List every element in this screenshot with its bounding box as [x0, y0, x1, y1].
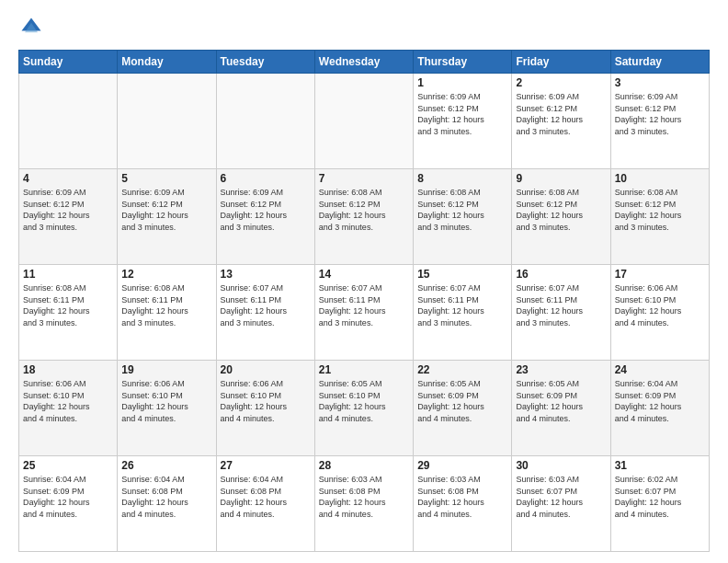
- calendar-cell: 26Sunrise: 6:04 AM Sunset: 6:08 PM Dayli…: [118, 456, 216, 552]
- day-info: Sunrise: 6:08 AM Sunset: 6:11 PM Dayligh…: [23, 282, 113, 328]
- day-info: Sunrise: 6:06 AM Sunset: 6:10 PM Dayligh…: [23, 378, 113, 424]
- day-info: Sunrise: 6:09 AM Sunset: 6:12 PM Dayligh…: [516, 91, 606, 137]
- day-info: Sunrise: 6:08 AM Sunset: 6:11 PM Dayligh…: [121, 282, 211, 328]
- calendar-cell: 31Sunrise: 6:02 AM Sunset: 6:07 PM Dayli…: [610, 456, 709, 552]
- day-info: Sunrise: 6:09 AM Sunset: 6:12 PM Dayligh…: [417, 91, 507, 137]
- day-number: 27: [221, 459, 311, 472]
- calendar-cell: 13Sunrise: 6:07 AM Sunset: 6:11 PM Dayli…: [216, 265, 314, 361]
- day-number: 5: [121, 172, 211, 185]
- day-number: 10: [615, 172, 705, 185]
- calendar-cell: 17Sunrise: 6:06 AM Sunset: 6:10 PM Dayli…: [610, 265, 709, 361]
- calendar-week-2: 4Sunrise: 6:09 AM Sunset: 6:12 PM Daylig…: [19, 169, 710, 265]
- day-info: Sunrise: 6:05 AM Sunset: 6:09 PM Dayligh…: [417, 378, 507, 424]
- calendar-table: SundayMondayTuesdayWednesdayThursdayFrid…: [18, 50, 710, 552]
- day-info: Sunrise: 6:05 AM Sunset: 6:09 PM Dayligh…: [516, 378, 606, 424]
- day-info: Sunrise: 6:04 AM Sunset: 6:08 PM Dayligh…: [121, 474, 211, 520]
- day-info: Sunrise: 6:07 AM Sunset: 6:11 PM Dayligh…: [417, 282, 507, 328]
- calendar-cell: 9Sunrise: 6:08 AM Sunset: 6:12 PM Daylig…: [512, 169, 610, 265]
- day-number: 22: [417, 363, 507, 376]
- day-number: 13: [221, 268, 311, 281]
- calendar-cell: 3Sunrise: 6:09 AM Sunset: 6:12 PM Daylig…: [610, 74, 709, 169]
- day-number: 26: [121, 459, 211, 472]
- calendar-header-tuesday: Tuesday: [216, 51, 314, 74]
- day-info: Sunrise: 6:09 AM Sunset: 6:12 PM Dayligh…: [615, 91, 705, 137]
- header: [18, 15, 710, 40]
- calendar-header-row: SundayMondayTuesdayWednesdayThursdayFrid…: [19, 51, 710, 74]
- calendar-cell: [118, 74, 216, 169]
- calendar-cell: 10Sunrise: 6:08 AM Sunset: 6:12 PM Dayli…: [610, 169, 709, 265]
- calendar-cell: 19Sunrise: 6:06 AM Sunset: 6:10 PM Dayli…: [118, 361, 216, 456]
- day-number: 3: [615, 76, 705, 89]
- calendar-cell: [19, 74, 118, 169]
- logo-icon: [18, 15, 44, 40]
- day-info: Sunrise: 6:05 AM Sunset: 6:10 PM Dayligh…: [319, 378, 409, 424]
- day-number: 16: [516, 268, 606, 281]
- calendar-cell: 15Sunrise: 6:07 AM Sunset: 6:11 PM Dayli…: [414, 265, 512, 361]
- calendar-header-monday: Monday: [118, 51, 216, 74]
- day-info: Sunrise: 6:06 AM Sunset: 6:10 PM Dayligh…: [221, 378, 311, 424]
- calendar-cell: 21Sunrise: 6:05 AM Sunset: 6:10 PM Dayli…: [314, 361, 413, 456]
- day-info: Sunrise: 6:08 AM Sunset: 6:12 PM Dayligh…: [417, 187, 507, 233]
- calendar-cell: 4Sunrise: 6:09 AM Sunset: 6:12 PM Daylig…: [19, 169, 118, 265]
- calendar-week-3: 11Sunrise: 6:08 AM Sunset: 6:11 PM Dayli…: [19, 265, 710, 361]
- calendar-cell: 16Sunrise: 6:07 AM Sunset: 6:11 PM Dayli…: [512, 265, 610, 361]
- day-info: Sunrise: 6:08 AM Sunset: 6:12 PM Dayligh…: [615, 187, 705, 233]
- day-number: 4: [23, 172, 113, 185]
- calendar-cell: 5Sunrise: 6:09 AM Sunset: 6:12 PM Daylig…: [118, 169, 216, 265]
- calendar-cell: 18Sunrise: 6:06 AM Sunset: 6:10 PM Dayli…: [19, 361, 118, 456]
- day-number: 17: [615, 268, 705, 281]
- day-number: 20: [221, 363, 311, 376]
- calendar-week-4: 18Sunrise: 6:06 AM Sunset: 6:10 PM Dayli…: [19, 361, 710, 456]
- calendar-cell: 1Sunrise: 6:09 AM Sunset: 6:12 PM Daylig…: [414, 74, 512, 169]
- day-info: Sunrise: 6:06 AM Sunset: 6:10 PM Dayligh…: [121, 378, 211, 424]
- day-number: 1: [417, 76, 507, 89]
- calendar-cell: 25Sunrise: 6:04 AM Sunset: 6:09 PM Dayli…: [19, 456, 118, 552]
- day-info: Sunrise: 6:04 AM Sunset: 6:09 PM Dayligh…: [23, 474, 113, 520]
- calendar-cell: 24Sunrise: 6:04 AM Sunset: 6:09 PM Dayli…: [610, 361, 709, 456]
- day-info: Sunrise: 6:09 AM Sunset: 6:12 PM Dayligh…: [121, 187, 211, 233]
- calendar-cell: 22Sunrise: 6:05 AM Sunset: 6:09 PM Dayli…: [414, 361, 512, 456]
- calendar-cell: 20Sunrise: 6:06 AM Sunset: 6:10 PM Dayli…: [216, 361, 314, 456]
- calendar-header-thursday: Thursday: [414, 51, 512, 74]
- day-info: Sunrise: 6:04 AM Sunset: 6:08 PM Dayligh…: [221, 474, 311, 520]
- day-info: Sunrise: 6:03 AM Sunset: 6:08 PM Dayligh…: [319, 474, 409, 520]
- day-number: 31: [615, 459, 705, 472]
- logo: [18, 15, 48, 40]
- day-number: 29: [417, 459, 507, 472]
- calendar-cell: 23Sunrise: 6:05 AM Sunset: 6:09 PM Dayli…: [512, 361, 610, 456]
- calendar-cell: [216, 74, 314, 169]
- day-info: Sunrise: 6:07 AM Sunset: 6:11 PM Dayligh…: [516, 282, 606, 328]
- calendar-week-5: 25Sunrise: 6:04 AM Sunset: 6:09 PM Dayli…: [19, 456, 710, 552]
- day-number: 6: [221, 172, 311, 185]
- day-number: 9: [516, 172, 606, 185]
- day-number: 24: [615, 363, 705, 376]
- calendar-cell: 2Sunrise: 6:09 AM Sunset: 6:12 PM Daylig…: [512, 74, 610, 169]
- day-number: 28: [319, 459, 409, 472]
- day-number: 23: [516, 363, 606, 376]
- day-info: Sunrise: 6:07 AM Sunset: 6:11 PM Dayligh…: [221, 282, 311, 328]
- day-info: Sunrise: 6:08 AM Sunset: 6:12 PM Dayligh…: [319, 187, 409, 233]
- calendar-cell: 8Sunrise: 6:08 AM Sunset: 6:12 PM Daylig…: [414, 169, 512, 265]
- calendar-cell: 28Sunrise: 6:03 AM Sunset: 6:08 PM Dayli…: [314, 456, 413, 552]
- day-info: Sunrise: 6:09 AM Sunset: 6:12 PM Dayligh…: [221, 187, 311, 233]
- day-number: 21: [319, 363, 409, 376]
- calendar-cell: [314, 74, 413, 169]
- calendar-week-1: 1Sunrise: 6:09 AM Sunset: 6:12 PM Daylig…: [19, 74, 710, 169]
- day-info: Sunrise: 6:02 AM Sunset: 6:07 PM Dayligh…: [615, 474, 705, 520]
- day-number: 18: [23, 363, 113, 376]
- day-number: 2: [516, 76, 606, 89]
- day-number: 14: [319, 268, 409, 281]
- calendar-cell: 7Sunrise: 6:08 AM Sunset: 6:12 PM Daylig…: [314, 169, 413, 265]
- day-number: 8: [417, 172, 507, 185]
- calendar-cell: 30Sunrise: 6:03 AM Sunset: 6:07 PM Dayli…: [512, 456, 610, 552]
- day-info: Sunrise: 6:03 AM Sunset: 6:07 PM Dayligh…: [516, 474, 606, 520]
- day-info: Sunrise: 6:08 AM Sunset: 6:12 PM Dayligh…: [516, 187, 606, 233]
- day-number: 25: [23, 459, 113, 472]
- calendar-cell: 27Sunrise: 6:04 AM Sunset: 6:08 PM Dayli…: [216, 456, 314, 552]
- day-number: 12: [121, 268, 211, 281]
- day-number: 7: [319, 172, 409, 185]
- calendar-header-saturday: Saturday: [610, 51, 709, 74]
- day-number: 15: [417, 268, 507, 281]
- calendar-cell: 6Sunrise: 6:09 AM Sunset: 6:12 PM Daylig…: [216, 169, 314, 265]
- calendar-header-wednesday: Wednesday: [314, 51, 413, 74]
